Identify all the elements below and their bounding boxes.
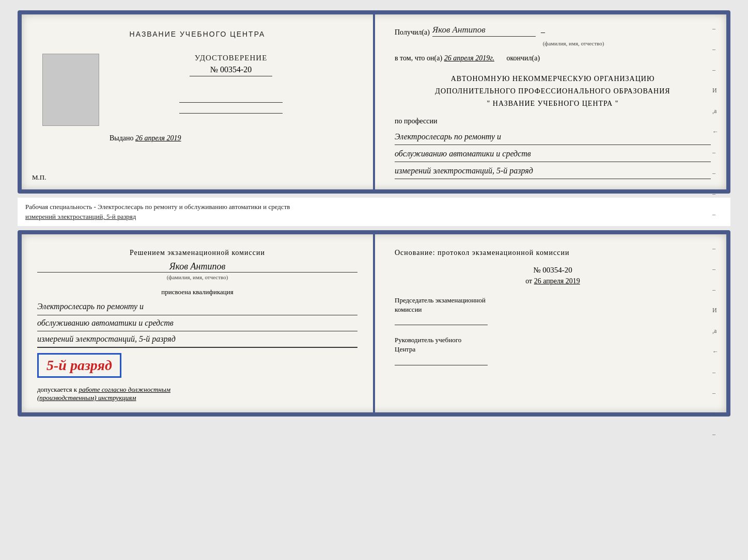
specialty-line2: измерений электростанций, 5-й разряд xyxy=(25,212,723,222)
grade-text: 5-й разряд xyxy=(46,357,112,373)
cert-content: УДОСТОВЕРЕНИЕ № 00354-20 Выдано 26 апрел… xyxy=(42,54,352,142)
in-that-label: в том, что он(а) xyxy=(395,54,442,62)
recipient-subtitle: (фамилия, имя, отчество) xyxy=(436,40,711,46)
top-right-page: Получил(а) Яков Антипов – (фамилия, имя,… xyxy=(374,14,726,189)
grade-box: 5-й разряд xyxy=(37,353,121,378)
cert-title: УДОСТОВЕРЕНИЕ xyxy=(195,54,268,62)
director-signature-line xyxy=(395,365,488,365)
bottom-right-page: Основание: протокол экзаменационной коми… xyxy=(374,234,726,413)
protocol-number: № 00354-20 xyxy=(395,266,711,275)
basis-title: Основание: протокол экзаменационной коми… xyxy=(395,247,711,258)
cert-line-2 xyxy=(179,113,283,114)
allowed-label: допускается к xyxy=(37,386,77,393)
org-line1: АВТОНОМНУЮ НЕКОММЕРЧЕСКУЮ ОРГАНИЗАЦИЮ xyxy=(395,73,711,85)
chairman-title: Председатель экзаменационной комиссии xyxy=(395,296,711,314)
chairman-title-line1: Председатель экзаменационной xyxy=(395,296,711,305)
qual-line1: Электрослесарь по ремонту и xyxy=(37,299,357,315)
specialty-line1: Рабочая специальность - Электрослесарь п… xyxy=(25,202,723,212)
protocol-date-value: 26 апреля 2019 xyxy=(534,277,580,285)
in-that-line: в том, что он(а) 26 апреля 2019г. окончи… xyxy=(395,54,711,62)
person-name: Яков Антипов xyxy=(37,261,357,273)
chairman-signature-line xyxy=(395,325,488,325)
cert-issued: Выдано 26 апреля 2019 xyxy=(110,134,181,142)
allowed-italic: работе согласно должностным xyxy=(79,386,170,393)
in-that-date: 26 апреля 2019г. xyxy=(444,54,494,62)
qual-text: Электрослесарь по ремонту и обслуживанию… xyxy=(37,299,357,348)
bottom-left-page: Решением экзаменационной комиссии Яков А… xyxy=(22,234,374,413)
protocol-number-text: № 00354-20 xyxy=(533,266,572,274)
protocol-date: от 26 апреля 2019 xyxy=(395,277,711,285)
org-block: АВТОНОМНУЮ НЕКОММЕРЧЕСКУЮ ОРГАНИЗАЦИЮ ДО… xyxy=(395,73,711,109)
top-left-page: НАЗВАНИЕ УЧЕБНОГО ЦЕНТРА УДОСТОВЕРЕНИЕ №… xyxy=(22,14,374,189)
bottom-diploma-book: Решением экзаменационной комиссии Яков А… xyxy=(18,230,730,417)
protocol-date-prefix: от xyxy=(525,277,532,285)
finished-label: окончил(а) xyxy=(506,54,540,62)
recipient-line: Получил(а) Яков Антипов – xyxy=(395,25,711,37)
profession-label: по профессии xyxy=(395,117,711,125)
director-title-line1: Руководитель учебного xyxy=(395,335,711,345)
prof-line-2: обслуживанию автоматики и средств xyxy=(395,147,711,162)
qualification-label: присвоена квалификация xyxy=(37,288,357,296)
qual-line2: обслуживанию автоматики и средств xyxy=(37,315,357,331)
decision-title: Решением экзаменационной комиссии xyxy=(37,247,357,259)
cert-number: № 00354-20 xyxy=(190,65,272,76)
bottom-right-side-dashes: – – – И ,а ← – – – – xyxy=(712,245,719,438)
recipient-label: Получил(а) xyxy=(395,28,430,37)
mp-label: М.П. xyxy=(32,173,46,182)
chairman-title-line2: комиссии xyxy=(395,305,711,314)
cert-main: УДОСТОВЕРЕНИЕ № 00354-20 Выдано 26 апрел… xyxy=(110,54,352,142)
org-line3: " НАЗВАНИЕ УЧЕБНОГО ЦЕНТРА " xyxy=(395,98,711,110)
dash-after-name: – xyxy=(541,27,545,37)
cert-line-1 xyxy=(179,102,283,103)
issued-date: 26 апреля 2019 xyxy=(135,134,181,142)
photo-placeholder xyxy=(42,54,99,126)
chairman-block: Председатель экзаменационной комиссии xyxy=(395,296,711,325)
allowed-text: допускается к работе согласно должностны… xyxy=(37,386,357,402)
director-title: Руководитель учебного Центра xyxy=(395,335,711,354)
issued-label: Выдано xyxy=(110,134,134,142)
page-wrapper: НАЗВАНИЕ УЧЕБНОГО ЦЕНТРА УДОСТОВЕРЕНИЕ №… xyxy=(10,10,738,417)
allowed-italic2: (производственным) инструкциям xyxy=(37,394,136,402)
recipient-name: Яков Антипов xyxy=(432,25,536,37)
top-diploma-book: НАЗВАНИЕ УЧЕБНОГО ЦЕНТРА УДОСТОВЕРЕНИЕ №… xyxy=(18,10,730,194)
prof-line-1: Электрослесарь по ремонту и xyxy=(395,130,711,145)
top-left-title: НАЗВАНИЕ УЧЕБНОГО ЦЕНТРА xyxy=(130,30,266,38)
right-side-dashes: – – – И ,а ← – – – – xyxy=(712,25,719,218)
specialty-text-block: Рабочая специальность - Электрослесарь п… xyxy=(18,198,730,226)
org-line2: ДОПОЛНИТЕЛЬНОГО ПРОФЕССИОНАЛЬНОГО ОБРАЗО… xyxy=(395,85,711,98)
qual-line3: измерений электростанций, 5-й разряд xyxy=(37,331,357,347)
director-title-line2: Центра xyxy=(395,345,711,354)
profession-text: Электрослесарь по ремонту и обслуживанию… xyxy=(395,128,711,179)
director-block: Руководитель учебного Центра xyxy=(395,335,711,365)
fio-subtitle: (фамилия, имя, отчество) xyxy=(37,274,357,280)
prof-line-3: измерений электростанций, 5-й разряд xyxy=(395,164,711,179)
